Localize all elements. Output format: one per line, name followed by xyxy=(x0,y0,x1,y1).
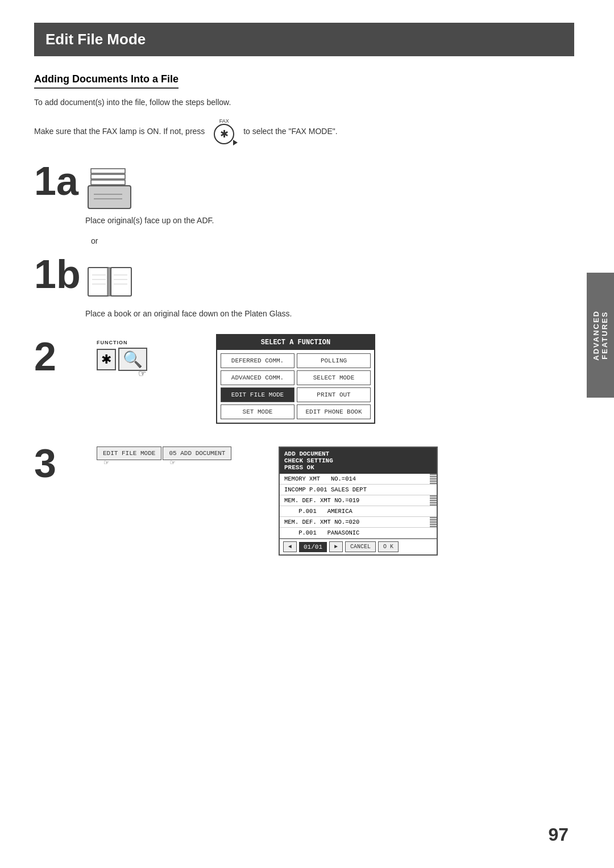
page-title: Edit File Mode xyxy=(45,31,563,48)
select-function-panel: SELECT A FUNCTION DEFERRED COMM. POLLING… xyxy=(216,334,375,424)
sf-cell-deferred: DEFERRED COMM. xyxy=(221,353,294,368)
or-divider: or xyxy=(91,236,574,245)
function-label: FUNCTION xyxy=(97,340,128,345)
breadcrumb-buttons: EDIT FILE MODE ☞ 05 ADD DOCUMENT ☞ xyxy=(97,446,256,460)
step-3-row: 3 EDIT FILE MODE ☞ 05 ADD DOCUMENT ☞ ADD… xyxy=(34,441,574,556)
add-doc-footer: ◄ 01/01 ► CANCEL O K xyxy=(280,539,437,554)
function-button-area: ✱ 🔍 ☞ xyxy=(97,348,147,371)
sf-cell-select-mode: SELECT MODE xyxy=(297,370,371,385)
edit-file-mode-btn[interactable]: EDIT FILE MODE ☞ xyxy=(97,446,161,460)
svg-rect-8 xyxy=(111,268,131,296)
add-document-panel: ADD DOCUMENT CHECK SETTING PRESS OK MEMO… xyxy=(279,446,438,556)
page-number: 97 xyxy=(548,824,569,845)
doc-row-5: MEM. DEF. XMT NO.=020 xyxy=(280,517,437,528)
intro-text: To add document(s) into the file, follow… xyxy=(34,98,574,107)
svg-rect-2 xyxy=(91,180,125,185)
hand-cursor-step2: ☞ xyxy=(138,368,146,379)
step-3-number: 3 xyxy=(34,441,56,486)
doc-row-4: P.001 AMERICA xyxy=(280,506,437,517)
scrollbar-3 xyxy=(430,495,437,506)
doc-row-2: INCOMP P.001 SALES DEPT xyxy=(280,485,437,495)
step-1a-text: Place original(s) face up on the ADF. xyxy=(85,216,214,225)
prev-button[interactable]: ◄ xyxy=(283,541,297,552)
step-2-number: 2 xyxy=(34,335,56,379)
title-bar: Edit File Mode xyxy=(34,23,574,56)
step-1a-row: 1a Place original(s) face up on the ADF. xyxy=(34,161,574,225)
step-2-row: 2 FUNCTION ✱ 🔍 ☞ SELECT A FUNCTION xyxy=(34,334,574,424)
adf-icon xyxy=(85,166,136,211)
step-1b-row: 1b Place a book or an original face down… xyxy=(34,254,574,318)
doc-row-1: MEMORY XMT NO.=014 xyxy=(280,474,437,485)
svg-rect-0 xyxy=(91,169,125,173)
step-1b-number: 1b xyxy=(34,254,85,294)
sf-cell-edit-phone: EDIT PHONE BOOK xyxy=(297,404,371,419)
platen-icon xyxy=(85,259,136,304)
cancel-button[interactable]: CANCEL xyxy=(345,541,376,552)
sf-header: SELECT A FUNCTION xyxy=(217,335,374,350)
function-asterisk-icon: ✱ xyxy=(97,349,116,370)
sf-cell-print-out: PRINT OUT xyxy=(297,387,371,402)
sf-cell-polling: POLLING xyxy=(297,353,371,368)
scrollbar-1 xyxy=(430,474,437,484)
hand-cursor-bc2: ☞ xyxy=(170,458,175,468)
hand-cursor-bc1: ☞ xyxy=(104,458,109,468)
step-1b-text: Place a book or an original face down on… xyxy=(85,309,292,318)
section-heading: Adding Documents Into a File xyxy=(34,73,179,89)
fax-button-icon: FAX ✱ xyxy=(214,118,234,144)
svg-rect-1 xyxy=(91,174,125,179)
sf-cell-advanced: ADVANCED COMM. xyxy=(221,370,294,385)
page-indicator: 01/01 xyxy=(299,542,327,552)
sf-cell-edit-file: EDIT FILE MODE xyxy=(221,387,294,402)
ok-button[interactable]: O K xyxy=(378,541,399,552)
add-document-btn[interactable]: 05 ADD DOCUMENT ☞ xyxy=(163,446,231,460)
add-doc-header: ADD DOCUMENT CHECK SETTING PRESS OK xyxy=(280,448,437,474)
scrollbar-2 xyxy=(430,485,437,495)
sidebar-tab: ADVANCED FEATURES xyxy=(587,273,614,398)
scrollbar-6 xyxy=(430,528,437,538)
scrollbar-5 xyxy=(430,517,437,527)
doc-row-6: P.001 PANASONIC xyxy=(280,528,437,539)
fax-instruction: Make sure that the FAX lamp is ON. If no… xyxy=(34,118,574,144)
fax-label: FAX xyxy=(219,118,229,124)
next-button[interactable]: ► xyxy=(329,541,343,552)
sidebar-tab-text: ADVANCED FEATURES xyxy=(592,310,609,361)
sf-grid: DEFERRED COMM. POLLING ADVANCED COMM. SE… xyxy=(217,350,374,423)
scrollbar-4 xyxy=(430,506,437,516)
sf-cell-set-mode: SET MODE xyxy=(221,404,294,419)
step-3-left: EDIT FILE MODE ☞ 05 ADD DOCUMENT ☞ xyxy=(97,446,256,465)
svg-rect-6 xyxy=(88,268,109,296)
svg-rect-3 xyxy=(88,186,131,208)
step-1a-number: 1a xyxy=(34,161,85,201)
function-search-icon: 🔍 ☞ xyxy=(118,348,147,371)
doc-row-3: MEM. DEF. XMT NO.=019 xyxy=(280,495,437,506)
fax-circle-button: ✱ xyxy=(214,124,234,144)
main-content: Edit File Mode Adding Documents Into a F… xyxy=(34,23,574,573)
